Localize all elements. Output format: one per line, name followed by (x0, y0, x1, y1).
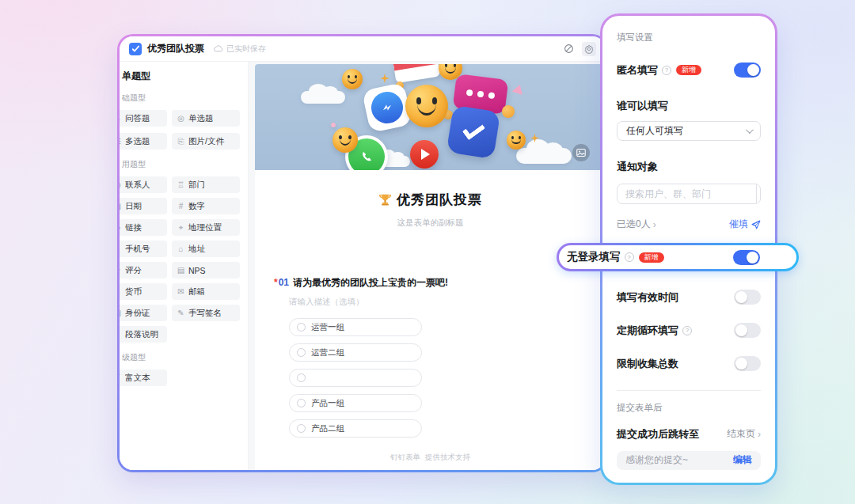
signature-icon: ✎ (177, 309, 185, 317)
sidebar-item-nps[interactable]: ▤NPS (172, 262, 240, 279)
sidebar-section-label: 用题型 (122, 159, 240, 170)
radio-icon[interactable] (297, 348, 306, 357)
theme-icon[interactable] (561, 42, 576, 56)
urge-fill-button[interactable]: 催填 (729, 218, 761, 231)
check-badge-icon (446, 105, 501, 160)
idcard-icon: ▣ (120, 309, 122, 317)
limit-total-row: 限制收集总数 (617, 356, 761, 371)
radio-icon[interactable] (297, 323, 306, 332)
sidebar-item-currency[interactable]: ¤货币 (120, 283, 167, 300)
question-block: *01请为最优秀的团队投上宝贵的一票吧! 请输入描述（选填） 运营一组 运营二组… (274, 276, 587, 445)
anonymous-fill-label: 匿名填写 (617, 63, 658, 78)
radio-icon[interactable] (297, 373, 306, 382)
form-subtitle: 这是表单的副标题 (274, 218, 587, 229)
radio-icon[interactable] (297, 424, 306, 433)
selected-people-link[interactable]: 已选0人› (617, 218, 656, 231)
form-builder-window: 优秀团队投票 已实时保存 单题型 础题 (117, 34, 608, 472)
panel-header: 填写设置 (617, 32, 761, 44)
sidebar-item-idcard[interactable]: ▣身份证 (120, 305, 167, 321)
sidebar-item-file[interactable]: ⎘图片/文件 (172, 133, 240, 150)
help-icon[interactable]: ? (682, 326, 692, 335)
page-background: 优秀团队投票 已实时保存 单题型 础题 (0, 0, 855, 504)
richtext-icon: T (120, 373, 122, 382)
jump-after-submit-label: 提交成功后跳转至 (617, 427, 699, 441)
radio-icon[interactable] (297, 399, 306, 407)
add-person-button[interactable] (756, 184, 761, 203)
divider (617, 390, 761, 391)
sidebar-item-contact[interactable]: ◉联系人 (120, 176, 167, 193)
sidebar-item-number[interactable]: #数字 (172, 198, 240, 214)
mail-icon: ✉ (177, 287, 185, 296)
save-status: 已实时保存 (214, 44, 266, 55)
recurring-fill-row: 定期循环填写 ? (617, 323, 761, 338)
sidebar-item-multi-choice[interactable]: ☰多选题 (120, 133, 167, 150)
window-title: 优秀团队投票 (147, 42, 204, 55)
sidebar-item-paragraph[interactable]: ¶段落说明 (120, 326, 167, 343)
titlebar: 优秀团队投票 已实时保存 (120, 36, 606, 62)
currency-icon: ¤ (120, 287, 122, 296)
cloud-decor (301, 91, 345, 104)
help-icon[interactable]: ? (625, 252, 634, 262)
end-page-link[interactable]: 结束页› (727, 427, 761, 441)
number-icon: # (177, 202, 185, 210)
sidebar-item-qa[interactable]: ✎问答题 (120, 110, 167, 127)
change-banner-button[interactable] (572, 144, 590, 161)
after-submit-header: 提交表单后 (617, 402, 761, 414)
valid-time-toggle[interactable] (734, 290, 761, 305)
checklist-icon: ☰ (120, 137, 122, 146)
no-login-fill-toggle[interactable] (733, 250, 760, 265)
star-icon: ☆ (120, 266, 122, 275)
paragraph-icon: ¶ (120, 330, 122, 339)
ball-decor (502, 105, 515, 118)
new-badge: 新增 (639, 252, 664, 263)
sidebar-item-department[interactable]: ♖部门 (172, 176, 240, 193)
sidebar-item-email[interactable]: ✉邮箱 (172, 283, 240, 300)
edit-thanks-button[interactable]: 编辑 (733, 453, 752, 467)
attachment-icon: ⎘ (177, 137, 185, 146)
option-row[interactable] (289, 369, 422, 387)
selected-people-row: 已选0人› 催填 (617, 218, 761, 231)
play-button-icon (410, 140, 439, 169)
smiley-emoji-big (405, 85, 448, 127)
notify-search-input[interactable] (618, 184, 756, 203)
sidebar-item-location[interactable]: ⌖地理位置 (172, 219, 240, 236)
limit-total-label: 限制收集总数 (617, 357, 678, 371)
recurring-fill-toggle[interactable] (734, 323, 761, 338)
sidebar-item-richtext[interactable]: T富文本 (120, 369, 167, 386)
cloud-decor (516, 148, 572, 164)
sidebar-item-single-choice[interactable]: ◎单选题 (172, 110, 240, 127)
sidebar-section-label: 础题型 (122, 93, 240, 104)
new-badge: 新增 (676, 65, 701, 75)
address-icon: ⌂ (177, 244, 185, 253)
sidebar-item-link[interactable]: ∞链接 (120, 219, 167, 236)
help-icon[interactable]: ? (662, 66, 671, 75)
settings-gear-icon[interactable] (582, 42, 596, 56)
sidebar-header: 单题型 (122, 70, 240, 83)
sidebar-item-phone[interactable]: ▯手机号 (120, 241, 167, 257)
question-description-placeholder[interactable]: 请输入描述（选填） (289, 297, 587, 308)
limit-total-toggle[interactable] (734, 356, 761, 371)
nps-icon: ▤ (177, 266, 185, 275)
sidebar-item-date[interactable]: ▦日期 (120, 198, 167, 214)
jump-after-submit-row: 提交成功后跳转至 结束页› (617, 427, 761, 441)
option-row[interactable]: 运营二组 (289, 343, 422, 362)
sidebar-item-address[interactable]: ⌂地址 (172, 241, 240, 257)
smiley-emoji (507, 131, 526, 150)
sidebar-item-rating[interactable]: ☆评分 (120, 262, 167, 279)
calendar-icon: ▦ (120, 202, 122, 210)
smiley-emoji (332, 127, 358, 153)
anonymous-fill-toggle[interactable] (734, 63, 761, 78)
option-row[interactable]: 产品一组 (289, 394, 422, 412)
option-row[interactable]: 产品二组 (289, 419, 422, 438)
cloud-icon (214, 45, 223, 52)
form-card: 优秀团队投票 这是表单的副标题 *01请为最优秀的团队投上宝贵的一票吧! 请输入… (255, 64, 606, 470)
app-logo-icon (129, 43, 142, 55)
who-can-fill-select[interactable]: 任何人可填写 (617, 121, 761, 141)
anonymous-fill-row: 匿名填写 ? 新增 (617, 63, 761, 78)
envelope-decor (393, 64, 440, 83)
triangle-decor (512, 83, 526, 95)
option-row[interactable]: 运营一组 (289, 318, 422, 336)
trophy-icon (378, 193, 392, 207)
sidebar-item-signature[interactable]: ✎手写签名 (172, 305, 240, 321)
no-login-fill-label: 无登录填写 (567, 250, 621, 264)
